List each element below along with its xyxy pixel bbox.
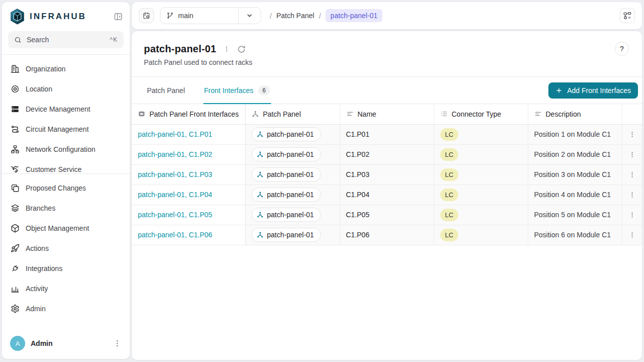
sidebar-item-label: Actions <box>26 244 49 252</box>
name-cell: C1.P06 <box>346 231 370 239</box>
patch-panel-chip[interactable]: patch-panel-01 <box>252 167 321 182</box>
patch-panel-chip-label: patch-panel-01 <box>267 130 314 138</box>
sidebar-item-circuit-management[interactable]: Circuit Management <box>6 119 126 139</box>
refresh-button[interactable] <box>237 45 246 54</box>
relationship-icon <box>257 211 264 218</box>
gear-icon <box>11 304 20 313</box>
git-branch-icon <box>167 12 174 19</box>
user-options-button[interactable] <box>113 339 122 348</box>
sidebar-item-customer-service[interactable]: Customer Service <box>6 159 126 173</box>
user-menu[interactable]: A Admin <box>2 330 130 359</box>
relationship-icon <box>257 131 264 138</box>
column-header-description[interactable]: Description <box>528 104 622 124</box>
sidebar: INFRAHUB Search ^K OrganizationLocationD… <box>2 2 130 359</box>
breadcrumb-item[interactable]: Patch Panel <box>276 12 314 20</box>
sidebar-item-admin[interactable]: Admin <box>6 299 126 319</box>
tab-patch-panel[interactable]: Patch Panel <box>146 77 186 104</box>
sidebar-item-proposed-changes[interactable]: Proposed Changes <box>6 178 126 198</box>
sidebar-collapse-button[interactable] <box>114 12 123 21</box>
help-button[interactable]: ? <box>615 42 629 56</box>
column-header-label: Description <box>546 110 581 118</box>
sidebar-item-location[interactable]: Location <box>6 79 126 99</box>
patch-panel-chip[interactable]: patch-panel-01 <box>252 208 321 222</box>
front-interface-link[interactable]: patch-panel-01, C1.P03 <box>138 170 212 178</box>
front-interfaces-table: Patch Panel Front InterfacesPatch PanelN… <box>132 104 642 245</box>
sidebar-item-device-management[interactable]: Device Management <box>6 99 126 119</box>
connector-type-badge: LC <box>440 128 459 141</box>
patch-panel-chip[interactable]: patch-panel-01 <box>252 228 321 242</box>
connector-type-badge: LC <box>440 229 459 241</box>
table-row: patch-panel-01, C1.P04patch-panel-01C1.P… <box>132 185 642 205</box>
branch-selector[interactable]: main <box>160 7 261 24</box>
relationship-icon <box>257 151 264 158</box>
name-cell: C1.P01 <box>346 130 370 138</box>
object-header: patch-panel-01 Patch Panel used to conne… <box>132 31 642 77</box>
tab-front-interfaces[interactable]: Front Interfaces 6 <box>203 77 272 104</box>
patch-panel-chip-label: patch-panel-01 <box>267 150 314 158</box>
table-header-row: Patch Panel Front InterfacesPatch PanelN… <box>132 104 642 124</box>
branch-name: main <box>178 12 193 20</box>
patch-panel-chip[interactable]: patch-panel-01 <box>252 188 321 202</box>
row-actions-button[interactable] <box>628 151 636 158</box>
time-travel-button[interactable] <box>139 8 154 23</box>
page-subtitle: Patch Panel used to connect racks <box>144 58 630 66</box>
sidebar-item-object-management[interactable]: Object Management <box>6 218 126 238</box>
sidebar-item-integrations[interactable]: Integrations <box>6 258 126 279</box>
column-header-label: Name <box>358 110 376 118</box>
table-row: patch-panel-01, C1.P03patch-panel-01C1.P… <box>132 164 642 185</box>
description-cell: Position 2 on Module C1 <box>534 150 611 158</box>
patch-panel-chip-label: patch-panel-01 <box>267 231 314 239</box>
patch-panel-chip[interactable]: patch-panel-01 <box>252 127 321 141</box>
rocket-icon <box>11 244 20 253</box>
sidebar-item-organization[interactable]: Organization <box>6 59 126 79</box>
column-header-connector-type[interactable]: Connector Type <box>434 104 528 124</box>
row-actions-button[interactable] <box>628 131 636 138</box>
search-input[interactable]: Search ^K <box>8 31 124 48</box>
column-header-patch-panel-front-interfaces[interactable]: Patch Panel Front Interfaces <box>132 104 245 124</box>
calendar-clock-icon <box>143 12 150 19</box>
kebab-icon <box>628 211 636 219</box>
list-icon <box>440 110 448 118</box>
logo-row: INFRAHUB <box>2 2 130 29</box>
sidebar-item-network-configuration[interactable]: Network Configuration <box>6 139 126 159</box>
column-header-label: Patch Panel <box>263 110 301 118</box>
add-front-interfaces-button[interactable]: Add Front Interfaces <box>548 82 638 99</box>
description-cell: Position 1 on Module C1 <box>534 130 611 138</box>
sidebar-item-label: Admin <box>26 305 46 313</box>
front-interface-link[interactable]: patch-panel-01, C1.P06 <box>138 231 212 239</box>
column-header-label: Patch Panel Front Interfaces <box>149 110 238 118</box>
relationship-icon <box>257 231 264 238</box>
sidebar-item-label: Organization <box>26 65 65 73</box>
column-header-name[interactable]: Name <box>340 104 434 124</box>
table-row: patch-panel-01, C1.P06patch-panel-01C1.P… <box>132 225 642 245</box>
sidebar-item-actions[interactable]: Actions <box>6 238 126 258</box>
name-cell: C1.P02 <box>346 150 370 158</box>
sidebar-item-label: Device Management <box>26 105 90 113</box>
sidebar-item-label: Object Management <box>26 224 89 232</box>
layers-icon <box>11 204 20 213</box>
page-title: patch-panel-01 <box>144 43 216 55</box>
schema-button[interactable] <box>620 8 635 23</box>
front-interface-link[interactable]: patch-panel-01, C1.P04 <box>138 191 212 199</box>
text-icon <box>346 110 354 118</box>
cube-icon <box>11 224 20 233</box>
sidebar-item-branches[interactable]: Branches <box>6 198 126 218</box>
table-row: patch-panel-01, C1.P05patch-panel-01C1.P… <box>132 205 642 225</box>
column-header-patch-panel[interactable]: Patch Panel <box>245 104 340 124</box>
front-interface-link[interactable]: patch-panel-01, C1.P01 <box>138 130 212 138</box>
patch-panel-chip[interactable]: patch-panel-01 <box>252 147 321 161</box>
breadcrumb-separator: / <box>319 12 321 20</box>
breadcrumb-separator: / <box>270 12 272 20</box>
front-interface-link[interactable]: patch-panel-01, C1.P05 <box>138 211 212 219</box>
kebab-icon <box>628 191 636 199</box>
sidebar-item-activity[interactable]: Activity <box>6 279 126 299</box>
breadcrumb-current[interactable]: patch-panel-01 <box>326 9 382 22</box>
front-interface-link[interactable]: patch-panel-01, C1.P02 <box>138 150 212 158</box>
row-actions-button[interactable] <box>628 211 636 219</box>
row-actions-button[interactable] <box>628 171 636 178</box>
row-actions-button[interactable] <box>628 231 636 239</box>
sidebar-primary-menu: OrganizationLocationDevice ManagementCir… <box>2 55 130 173</box>
name-cell: C1.P03 <box>346 170 370 178</box>
title-options-button[interactable] <box>223 45 230 53</box>
row-actions-button[interactable] <box>628 191 636 199</box>
